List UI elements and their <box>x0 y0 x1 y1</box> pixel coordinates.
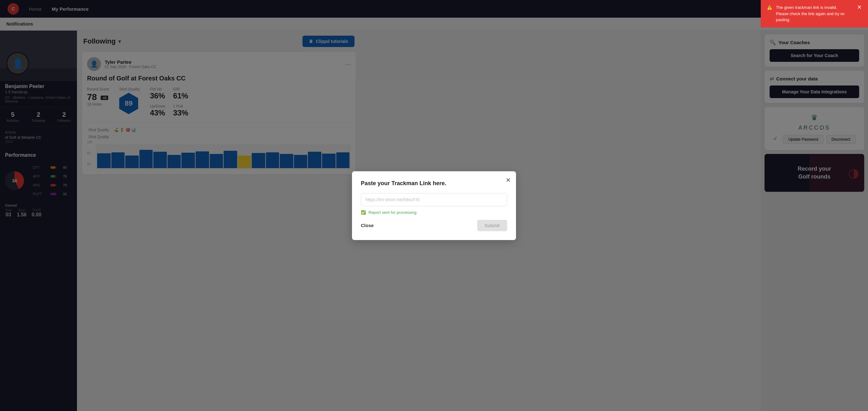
trackman-link-input[interactable] <box>361 193 507 206</box>
trackman-modal: Paste your Trackman Link here. ✕ ✅ Repor… <box>352 171 516 240</box>
toast-message: The given trackman link is invalid. Plea… <box>776 4 851 23</box>
modal-footer: Close Submit <box>361 220 507 231</box>
modal-close-icon[interactable]: ✕ <box>505 176 511 184</box>
modal-title: Paste your Trackman Link here. <box>361 180 507 187</box>
modal-submit-button[interactable]: Submit <box>477 220 507 231</box>
modal-close-button[interactable]: Close <box>361 223 374 228</box>
error-toast: ⚠️ The given trackman link is invalid. P… <box>761 0 868 27</box>
warning-icon: ⚠️ <box>767 4 772 11</box>
check-circle-icon: ✅ <box>361 210 366 215</box>
toast-close-button[interactable]: ✕ <box>857 4 862 10</box>
modal-overlay[interactable]: Paste your Trackman Link here. ✕ ✅ Repor… <box>0 0 868 411</box>
modal-success-message: ✅ Report sent for processing <box>361 210 507 215</box>
